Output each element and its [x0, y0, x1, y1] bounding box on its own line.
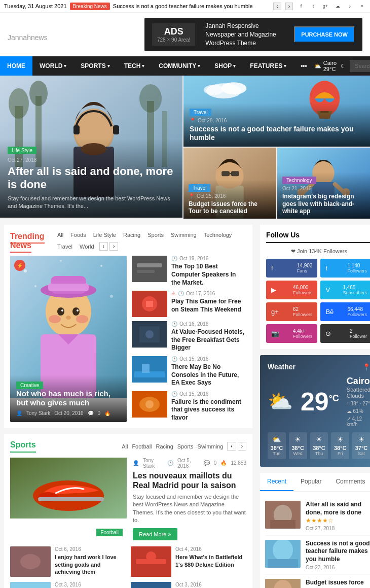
- instagram-count: 4.4k+: [293, 328, 313, 334]
- read-more-button[interactable]: Read More »: [133, 528, 177, 540]
- hero-main[interactable]: Life Style Oct 27, 2018 After all is sai…: [0, 76, 182, 218]
- weather-pin-icon[interactable]: 📍: [362, 363, 370, 371]
- next-arrow[interactable]: ›: [285, 3, 293, 10]
- tab-recent[interactable]: Recent: [260, 473, 293, 491]
- tab-popular[interactable]: Popular: [293, 473, 328, 491]
- logo[interactable]: Jannahnews: [8, 25, 48, 44]
- trend-title-2[interactable]: Play This Game for Free on Steam This We…: [171, 298, 246, 314]
- nav-shop[interactable]: SHOP ▾: [207, 56, 243, 76]
- nav-world[interactable]: WORLD ▾: [32, 56, 73, 76]
- social-vimeo[interactable]: V 1,465 Subscribers: [320, 281, 370, 299]
- date-label: Tuesday, 31 August 2021: [4, 3, 67, 9]
- youtube-label: Followers: [293, 290, 313, 295]
- trend-title-1[interactable]: The Top 10 Best Computer Speakers In the…: [171, 263, 246, 287]
- nav-more[interactable]: •••: [293, 56, 314, 76]
- recent-item-1[interactable]: After all is said and done, more is done…: [265, 497, 370, 535]
- trending-featured-title[interactable]: Not who has much is rich, but who gives …: [16, 389, 121, 407]
- trending-header: Trending News All Foods Life Style Racin…: [10, 231, 246, 251]
- recent-title-1[interactable]: After all is said and done, more is done: [306, 501, 370, 516]
- hero-main-title[interactable]: After all is said and done, more is done: [8, 165, 175, 192]
- google-count: 62: [293, 306, 313, 312]
- nav-sports[interactable]: SPORTS ▾: [73, 56, 117, 76]
- social-facebook[interactable]: f 14,903 Fans: [266, 259, 317, 278]
- filter-lifestyle[interactable]: Life Style: [91, 231, 118, 239]
- behance-count: 66,448: [347, 306, 367, 312]
- sports-prev[interactable]: ‹: [227, 442, 236, 451]
- trend-title-3[interactable]: At Value-Focused Hotels, the Free Breakf…: [171, 328, 246, 352]
- social-youtube[interactable]: ▶ 46,000 Followers: [266, 281, 317, 299]
- nav-features[interactable]: FEATURES ▾: [243, 56, 293, 76]
- sports-item-title-1[interactable]: I enjoy hard work I love setting goals a…: [55, 554, 126, 575]
- trend-item-5[interactable]: 🕐 Oct 15, 2016 Failure is the condiment …: [132, 391, 246, 422]
- svg-point-37: [110, 295, 113, 298]
- sports-next[interactable]: ›: [238, 442, 246, 451]
- social-google[interactable]: g+ 62 Followers: [266, 302, 317, 321]
- nav-community[interactable]: COMMUNITY ▾: [152, 56, 207, 76]
- filter-sports[interactable]: Sports: [145, 231, 166, 239]
- trend-item-3[interactable]: 🕐 Oct 16, 2016 At Value-Focused Hotels, …: [132, 321, 246, 352]
- trend-item-1[interactable]: 🕐 Oct 19, 2016 The Top 10 Best Computer …: [132, 256, 246, 287]
- filter-all[interactable]: All: [55, 231, 65, 239]
- sports-item-1[interactable]: Oct 6, 2016 I enjoy hard work I love set…: [10, 546, 126, 577]
- sports-item-3[interactable]: Oct 3, 2016 World champion Bingham knock…: [10, 582, 126, 588]
- social-twitter[interactable]: t 1,140 Followers: [320, 259, 370, 278]
- forecast-day-wed: Wed: [291, 451, 305, 456]
- filter-world[interactable]: World: [78, 243, 96, 251]
- search-input[interactable]: [350, 60, 370, 72]
- trend-next[interactable]: ›: [109, 242, 118, 251]
- recent-title-2[interactable]: Success is not a good teacher failure ma…: [306, 540, 370, 564]
- tab-comments[interactable]: Comments: [328, 473, 370, 491]
- hero-top-title[interactable]: Success is not a good teacher failure ma…: [190, 125, 364, 142]
- nav-home[interactable]: HOME: [0, 56, 32, 76]
- trending-featured-item[interactable]: ⚡: [10, 256, 127, 422]
- trend-thumb-1: [132, 256, 167, 282]
- nav-tech[interactable]: TECH ▾: [117, 56, 152, 76]
- clock-sports: 🕐: [167, 460, 173, 466]
- sports-filter-racing[interactable]: Racing: [156, 443, 173, 449]
- author-icon: 👤: [16, 410, 22, 416]
- tiktok-top-icon[interactable]: ♪: [346, 2, 354, 10]
- gplus-top-icon[interactable]: g+: [321, 2, 329, 10]
- sports-item-title-2[interactable]: Here What's in Battlefield 1's $80 Delux…: [175, 554, 246, 568]
- sports-item-4[interactable]: Oct 3, 2016 Saturday's non-league footba…: [131, 582, 246, 588]
- sports-main-title[interactable]: Les nouveaux maillots du Real Madrid pou…: [133, 471, 246, 490]
- prev-arrow[interactable]: ‹: [273, 3, 281, 10]
- twitter-top-icon[interactable]: t: [309, 2, 317, 10]
- sports-filter-all[interactable]: All: [122, 443, 128, 449]
- sports-filter-sports[interactable]: Sports: [177, 443, 194, 449]
- hero-top-right[interactable]: Travel 📍 Oct 28, 2016 Success is not a g…: [183, 76, 370, 147]
- filter-foods[interactable]: Foods: [68, 231, 88, 239]
- trend-title-5[interactable]: Failure is the condiment that gives succ…: [171, 398, 246, 422]
- trend-title-4[interactable]: There May Be No Consoles in the Future, …: [171, 363, 246, 387]
- recent-item-3[interactable]: Budget issues force the Tour to be cance…: [265, 575, 370, 588]
- hero-bottom-travel[interactable]: Travel 📍 Oct 25, 2016 Budget issues forc…: [183, 148, 276, 219]
- trend-item-4[interactable]: 🕐 Oct 15, 2016 There May Be No Consoles …: [132, 356, 246, 387]
- recent-title-3[interactable]: Budget issues force the Tour to be cance…: [306, 579, 370, 588]
- social-behance[interactable]: Bē 66,448 Followers: [320, 302, 370, 321]
- recent-info-3: Budget issues force the Tour to be cance…: [306, 579, 370, 588]
- weather-humidity: ☁ 61%: [347, 408, 370, 414]
- trend-prev[interactable]: ‹: [99, 242, 108, 251]
- hero-bottom-travel-title[interactable]: Budget issues force the Tour to be cance…: [189, 200, 271, 215]
- sports-filter-swimming[interactable]: Swimming: [198, 443, 224, 449]
- trend-date-5: 🕐 Oct 15, 2016: [171, 391, 246, 397]
- recent-item-2[interactable]: Success is not a good teacher failure ma…: [265, 536, 370, 575]
- trend-item-2[interactable]: ⚠ 🕐 Oct 17, 2016 Play This Game for Free…: [132, 291, 246, 317]
- filter-swimming[interactable]: Swimming: [169, 231, 199, 239]
- sports-filter-football[interactable]: Football: [132, 443, 152, 449]
- hero-bottom-tech-title[interactable]: Instagram's big redesign goes live with …: [282, 193, 365, 215]
- filter-racing[interactable]: Racing: [121, 231, 142, 239]
- facebook-top-icon[interactable]: f: [297, 2, 305, 10]
- sports-featured-image-container[interactable]: Football: [10, 458, 127, 541]
- filter-tech[interactable]: Technology: [202, 231, 234, 239]
- hero-bottom-tech[interactable]: Technology Oct 21, 2016 Instagram's big …: [277, 148, 370, 219]
- social-github[interactable]: ⊙ 2 Follower: [320, 324, 370, 343]
- trend-thumb-5: [132, 391, 167, 418]
- twitter-icon: t: [325, 264, 327, 272]
- soundcloud-top-icon[interactable]: ☁: [334, 2, 342, 10]
- purchase-button[interactable]: PURCHASE NOW: [294, 26, 355, 43]
- sports-item-2[interactable]: Oct 4, 2016 Here What's in Battlefield 1…: [131, 546, 246, 577]
- social-instagram[interactable]: 📷 4.4k+ Followers: [266, 324, 317, 343]
- filter-travel[interactable]: Travel: [55, 243, 75, 251]
- menu-top-icon[interactable]: ≡: [358, 2, 366, 10]
